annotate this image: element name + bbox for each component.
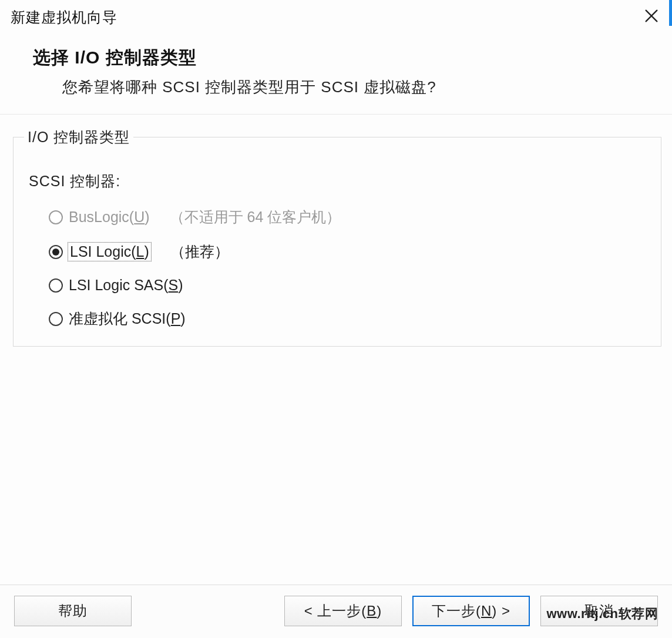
page-heading: 选择 I/O 控制器类型 (33, 46, 672, 70)
cancel-button[interactable]: 取消 (540, 596, 658, 626)
option-row-lsilogic: LSI Logic(L) （推荐） (49, 242, 648, 261)
help-button[interactable]: 帮助 (14, 596, 132, 626)
titlebar: 新建虚拟机向导 (0, 0, 672, 32)
radio-label: 准虚拟化 SCSI(P) (69, 309, 186, 328)
window-title: 新建虚拟机向导 (11, 8, 117, 27)
radio-buslogic: BusLogic(U) (49, 209, 150, 226)
option-note: （不适用于 64 位客户机） (170, 207, 341, 227)
scsi-controller-label: SCSI 控制器: (29, 172, 648, 191)
radio-label: LSI Logic(L) (69, 243, 150, 260)
radio-pvscsi[interactable]: 准虚拟化 SCSI(P) (49, 309, 186, 328)
window-edge-accent (669, 0, 672, 26)
back-button[interactable]: < 上一步(B) (284, 596, 402, 626)
group-legend: I/O 控制器类型 (24, 127, 133, 147)
io-controller-group: I/O 控制器类型 SCSI 控制器: BusLogic(U) （不适用于 64… (13, 127, 661, 347)
next-button[interactable]: 下一步(N) > (412, 596, 530, 626)
radio-lsilogic[interactable]: LSI Logic(L) (49, 243, 150, 260)
radio-options: BusLogic(U) （不适用于 64 位客户机） LSI Logic(L) … (49, 207, 648, 328)
close-button[interactable] (641, 7, 661, 27)
wizard-footer: 帮助 < 上一步(B) 下一步(N) > 取消 (0, 585, 672, 638)
radio-dot-icon (49, 210, 63, 224)
wizard-header: 选择 I/O 控制器类型 您希望将哪种 SCSI 控制器类型用于 SCSI 虚拟… (0, 32, 672, 114)
radio-label: LSI Logic SAS(S) (69, 277, 183, 294)
option-row-pvscsi: 准虚拟化 SCSI(P) (49, 309, 648, 328)
radio-lsisas[interactable]: LSI Logic SAS(S) (49, 277, 183, 294)
page-subheading: 您希望将哪种 SCSI 控制器类型用于 SCSI 虚拟磁盘? (62, 77, 672, 98)
radio-dot-icon (49, 278, 63, 293)
close-icon (643, 8, 660, 26)
option-row-buslogic: BusLogic(U) （不适用于 64 位客户机） (49, 207, 648, 227)
wizard-content: I/O 控制器类型 SCSI 控制器: BusLogic(U) （不适用于 64… (0, 115, 672, 347)
option-row-lsisas: LSI Logic SAS(S) (49, 277, 648, 294)
radio-dot-icon (49, 312, 63, 326)
radio-dot-icon (49, 245, 63, 259)
radio-label: BusLogic(U) (69, 209, 150, 226)
option-note: （推荐） (170, 242, 229, 261)
